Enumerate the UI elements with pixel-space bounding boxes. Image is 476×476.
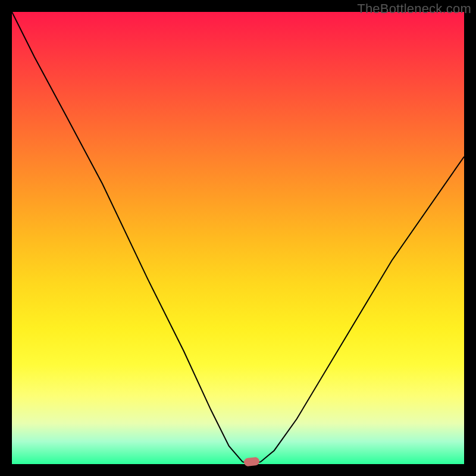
plot-area xyxy=(12,12,464,464)
curve-path xyxy=(12,12,464,464)
bottleneck-curve xyxy=(12,12,464,464)
chart-container: TheBottleneck.com xyxy=(0,0,476,476)
watermark-text: TheBottleneck.com xyxy=(357,1,471,17)
minimum-marker xyxy=(243,457,259,467)
